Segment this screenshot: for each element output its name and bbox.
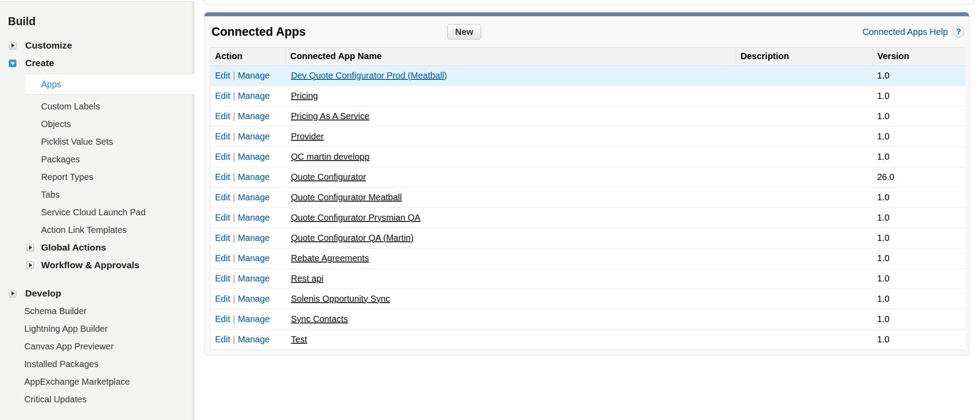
sidebar-item[interactable]: AppExchange Marketplace — [0, 373, 194, 390]
edit-link[interactable]: Edit — [215, 294, 230, 304]
edit-link[interactable]: Edit — [215, 172, 230, 182]
edit-link[interactable]: Edit — [215, 233, 230, 243]
version-cell: 1.0 — [873, 228, 965, 248]
manage-link[interactable]: Manage — [238, 274, 270, 283]
sidebar-item-label: AppExchange Marketplace — [24, 377, 130, 387]
sidebar-item[interactable]: Workflow & Approvals — [0, 256, 194, 274]
edit-link[interactable]: Edit — [215, 253, 230, 263]
expand-toggle-icon[interactable] — [26, 262, 34, 269]
expand-toggle-icon[interactable] — [9, 42, 16, 49]
help-icon[interactable]: ? — [953, 26, 965, 38]
manage-link[interactable]: Manage — [238, 213, 270, 222]
manage-link[interactable]: Manage — [238, 152, 270, 161]
app-name-link[interactable]: QC martin developp — [291, 152, 369, 161]
app-name-cell: Dev Quote Configurator Prod (Meatball) — [286, 65, 736, 86]
app-name-link[interactable]: Solenis Opportunity Sync — [291, 294, 390, 304]
app-name-link[interactable]: Sync Contacts — [291, 314, 348, 324]
column-header-description: Description — [736, 48, 873, 65]
version-cell: 1.0 — [873, 248, 965, 268]
edit-link[interactable]: Edit — [215, 274, 230, 283]
sidebar-item[interactable]: Objects — [0, 115, 194, 133]
app-name-link[interactable]: Quote Configurator — [291, 172, 366, 182]
app-name-link[interactable]: Quote Configurator Prysmian QA — [291, 213, 420, 222]
sidebar-item[interactable]: Picklist Value Sets — [0, 133, 194, 150]
edit-link[interactable]: Edit — [215, 111, 230, 121]
sidebar-item-label: Tabs — [41, 190, 60, 200]
description-cell — [736, 228, 873, 248]
manage-link[interactable]: Manage — [238, 334, 270, 344]
app-name-link[interactable]: Rebate Agreements — [291, 253, 369, 263]
app-name-cell: Rest api — [286, 268, 736, 289]
description-cell — [736, 268, 873, 289]
app-name-link[interactable]: Quote Configurator Meatball — [291, 192, 402, 202]
manage-link[interactable]: Manage — [238, 314, 270, 324]
sidebar-item-label: Develop — [25, 288, 61, 299]
action-separator: | — [233, 334, 235, 344]
manage-link[interactable]: Manage — [238, 71, 270, 80]
table-row: Edit|Manage QC martin developp 1.0 — [211, 146, 965, 167]
edit-link[interactable]: Edit — [215, 91, 230, 101]
sidebar-item[interactable]: Installed Packages — [0, 355, 194, 373]
sidebar-item[interactable]: Canvas App Previewer — [0, 338, 194, 355]
action-cell: Edit|Manage — [211, 146, 286, 167]
description-cell — [736, 126, 873, 146]
connected-apps-help-link[interactable]: Connected Apps Help — [863, 27, 948, 37]
edit-link[interactable]: Edit — [215, 152, 230, 161]
sidebar-item[interactable]: Critical Updates — [0, 390, 194, 408]
version-cell: 1.0 — [873, 65, 965, 86]
edit-link[interactable]: Edit — [215, 314, 230, 324]
action-cell: Edit|Manage — [211, 187, 286, 207]
app-name-link[interactable]: Pricing — [291, 91, 318, 101]
sidebar-item[interactable]: Schema Builder — [0, 302, 194, 320]
app-name-cell: Solenis Opportunity Sync — [286, 289, 736, 309]
app-name-link[interactable]: Quote Configurator QA (Martin) — [291, 233, 414, 243]
previous-panel-bottom-edge — [203, 0, 975, 4]
edit-link[interactable]: Edit — [215, 71, 230, 80]
sidebar-item[interactable]: Custom Labels — [0, 98, 194, 115]
app-name-link[interactable]: Provider — [291, 131, 324, 141]
manage-link[interactable]: Manage — [238, 294, 270, 304]
action-cell: Edit|Manage — [211, 329, 286, 349]
table-row: Edit|Manage Quote Configurator Meatball … — [211, 187, 965, 207]
edit-link[interactable]: Edit — [215, 131, 230, 141]
app-name-link[interactable]: Rest api — [291, 274, 323, 283]
expand-toggle-icon[interactable] — [26, 244, 34, 251]
manage-link[interactable]: Manage — [238, 233, 270, 243]
app-name-link[interactable]: Test — [291, 334, 307, 344]
version-cell: 1.0 — [873, 126, 965, 146]
sidebar-item[interactable]: Action Link Templates — [0, 221, 194, 239]
description-cell — [736, 146, 873, 167]
edit-link[interactable]: Edit — [215, 192, 230, 202]
column-header-app-name: Connected App Name — [286, 48, 736, 65]
app-name-link[interactable]: Pricing As A Service — [291, 111, 369, 121]
sidebar-item[interactable]: Global Actions — [0, 239, 194, 256]
edit-link[interactable]: Edit — [215, 334, 230, 344]
manage-link[interactable]: Manage — [238, 111, 270, 121]
sidebar-item[interactable]: Service Cloud Launch Pad — [0, 203, 194, 221]
manage-link[interactable]: Manage — [238, 172, 270, 182]
sidebar-nav: Customize Create Apps Custom Labels — [0, 37, 194, 408]
manage-link[interactable]: Manage — [238, 91, 270, 101]
action-separator: | — [233, 213, 235, 222]
sidebar-item[interactable]: Develop — [0, 285, 194, 302]
version-cell: 26.0 — [873, 167, 965, 187]
sidebar-item[interactable]: Create — [0, 54, 194, 72]
sidebar-item[interactable]: Customize — [0, 37, 194, 54]
sidebar-item[interactable]: Apps — [25, 74, 194, 95]
sidebar-item[interactable]: Packages — [0, 150, 194, 168]
app-name-link[interactable]: Dev Quote Configurator Prod (Meatball) — [291, 71, 447, 80]
sidebar-item-label: Create — [25, 58, 54, 68]
edit-link[interactable]: Edit — [215, 213, 230, 222]
new-button[interactable]: New — [447, 24, 481, 40]
action-cell: Edit|Manage — [211, 65, 286, 86]
expand-toggle-icon[interactable] — [9, 290, 16, 297]
manage-link[interactable]: Manage — [238, 131, 270, 141]
description-cell — [736, 248, 873, 268]
sidebar-item[interactable]: Lightning App Builder — [0, 320, 194, 338]
collapse-toggle-icon[interactable] — [9, 60, 16, 67]
manage-link[interactable]: Manage — [238, 192, 270, 202]
version-cell: 1.0 — [873, 187, 965, 207]
manage-link[interactable]: Manage — [238, 253, 270, 263]
sidebar-item[interactable]: Tabs — [0, 186, 194, 203]
sidebar-item[interactable]: Report Types — [0, 168, 194, 186]
